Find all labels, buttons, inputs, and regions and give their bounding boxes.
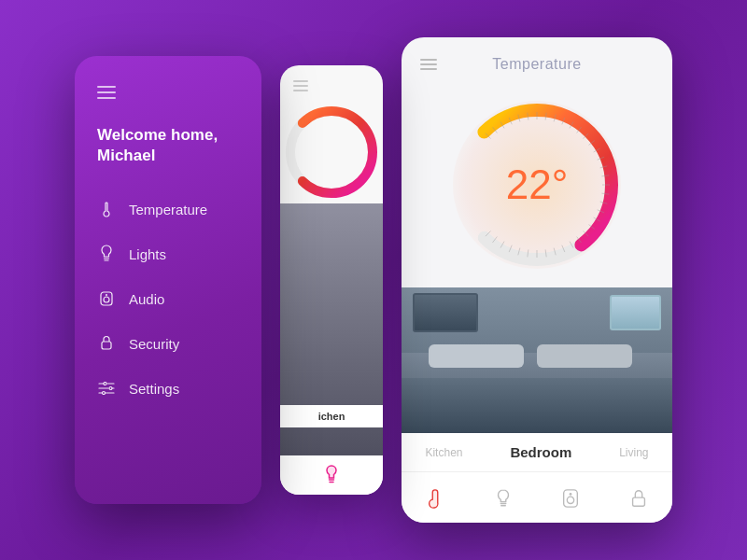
nav-label-audio: Audio xyxy=(129,291,164,307)
svg-rect-3 xyxy=(102,342,111,349)
svg-line-32 xyxy=(598,210,604,213)
svg-line-36 xyxy=(577,237,582,243)
svg-line-43 xyxy=(518,248,520,256)
svg-line-13 xyxy=(500,121,504,128)
nav-items: Temperature Lights xyxy=(97,196,239,474)
middle-panel: ichen xyxy=(280,65,383,495)
header-menu-icon[interactable] xyxy=(420,59,437,70)
svg-line-23 xyxy=(583,133,588,139)
svg-point-8 xyxy=(280,101,383,203)
svg-line-26 xyxy=(598,157,604,160)
nav-item-audio[interactable]: Audio xyxy=(97,286,239,312)
bottom-nav-audio[interactable] xyxy=(554,482,587,515)
svg-line-24 xyxy=(589,141,595,146)
lock-icon xyxy=(97,334,116,353)
svg-line-16 xyxy=(528,113,529,120)
svg-point-49 xyxy=(568,497,574,503)
bottom-nav xyxy=(402,471,672,523)
temperature-donut[interactable]: 22° xyxy=(444,91,630,278)
middle-bottom-tab xyxy=(280,455,383,495)
svg-line-21 xyxy=(570,121,573,128)
svg-line-20 xyxy=(562,118,565,124)
room-tab-kitchen[interactable]: Kitchen xyxy=(417,442,470,463)
svg-point-50 xyxy=(570,493,572,496)
svg-line-44 xyxy=(509,245,512,252)
menu-panel: Welcome home, Michael Temperature xyxy=(75,56,261,504)
svg-line-15 xyxy=(518,115,520,122)
svg-point-6 xyxy=(103,392,106,395)
svg-line-33 xyxy=(594,217,600,221)
temperature-value: 22° xyxy=(506,161,569,207)
room-tabs: Kitchen Bedroom Living xyxy=(402,433,672,471)
main-panel: Temperature xyxy=(402,37,672,523)
svg-point-5 xyxy=(109,387,112,390)
svg-line-39 xyxy=(554,248,556,256)
settings-icon xyxy=(97,379,116,398)
svg-point-2 xyxy=(106,294,107,296)
nav-label-settings: Settings xyxy=(129,381,179,397)
nav-item-lights[interactable]: Lights xyxy=(97,241,239,267)
svg-line-45 xyxy=(500,242,504,248)
svg-line-40 xyxy=(545,249,546,257)
hamburger-menu-icon[interactable] xyxy=(97,86,239,99)
nav-item-temperature[interactable]: Temperature xyxy=(97,196,239,222)
svg-rect-51 xyxy=(632,497,644,506)
bottom-nav-security[interactable] xyxy=(622,482,655,515)
svg-point-1 xyxy=(104,297,109,302)
middle-room-card: ichen xyxy=(280,203,383,455)
svg-line-34 xyxy=(589,225,595,230)
bedroom-scene xyxy=(402,287,672,433)
svg-line-31 xyxy=(600,202,608,203)
speaker-icon xyxy=(97,289,116,308)
nav-item-settings[interactable]: Settings xyxy=(97,375,239,401)
svg-line-14 xyxy=(509,118,512,124)
middle-donut xyxy=(280,101,383,203)
svg-line-46 xyxy=(493,237,498,243)
nav-label-temperature: Temperature xyxy=(129,202,207,217)
svg-line-19 xyxy=(554,115,556,122)
bottom-nav-lights[interactable] xyxy=(486,482,520,515)
middle-hamburger xyxy=(280,65,383,91)
bottom-nav-temperature[interactable] xyxy=(418,482,452,515)
svg-line-28 xyxy=(601,175,609,176)
temperature-display: 22° xyxy=(506,164,569,205)
lightbulb-icon xyxy=(97,245,116,263)
svg-line-47 xyxy=(486,231,491,236)
nav-label-security: Security xyxy=(129,336,179,352)
svg-line-11 xyxy=(486,133,491,139)
temperature-donut-container: 22° xyxy=(402,73,672,287)
svg-rect-48 xyxy=(564,490,578,507)
nav-label-lights: Lights xyxy=(129,246,166,262)
svg-line-30 xyxy=(601,193,609,194)
welcome-text: Welcome home, Michael xyxy=(97,125,239,166)
svg-line-12 xyxy=(493,127,498,133)
room-tab-bedroom[interactable]: Bedroom xyxy=(502,441,579,464)
svg-line-35 xyxy=(583,231,588,236)
room-image-section xyxy=(402,287,672,433)
svg-line-22 xyxy=(577,127,582,133)
svg-point-4 xyxy=(104,383,106,385)
svg-line-27 xyxy=(600,166,608,168)
thermometer-icon xyxy=(97,200,116,218)
svg-line-37 xyxy=(570,242,573,248)
room-tab-living[interactable]: Living xyxy=(612,442,655,463)
svg-line-42 xyxy=(528,249,529,257)
svg-line-38 xyxy=(562,245,565,252)
svg-line-25 xyxy=(594,148,600,152)
middle-room-image: ichen xyxy=(280,203,383,455)
middle-room-label: ichen xyxy=(280,405,383,427)
nav-item-security[interactable]: Security xyxy=(97,330,239,357)
svg-line-18 xyxy=(545,113,546,120)
